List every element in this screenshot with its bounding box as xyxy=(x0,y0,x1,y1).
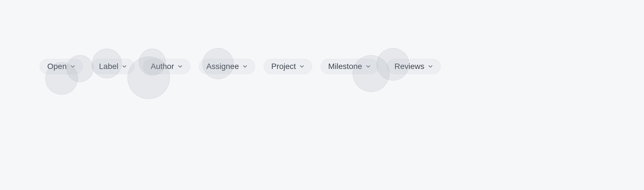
milestone-filter-label: Milestone xyxy=(328,62,362,71)
reviews-filter-label: Reviews xyxy=(394,62,425,71)
open-filter-label: Open xyxy=(47,62,67,71)
reviews-filter[interactable]: Reviews xyxy=(387,59,441,74)
chevron-down-icon xyxy=(69,63,76,70)
label-filter-label: Label xyxy=(99,62,119,71)
chevron-down-icon xyxy=(241,63,249,70)
chevron-down-icon xyxy=(364,63,372,70)
chevron-down-icon xyxy=(298,63,306,70)
open-filter[interactable]: Open xyxy=(40,59,83,74)
project-filter-label: Project xyxy=(271,62,296,71)
chevron-down-icon xyxy=(176,63,184,70)
project-filter[interactable]: Project xyxy=(264,59,312,74)
assignee-filter-label: Assignee xyxy=(206,62,239,71)
label-filter[interactable]: Label xyxy=(91,59,135,74)
milestone-filter[interactable]: Milestone xyxy=(321,59,378,74)
author-filter[interactable]: Author xyxy=(143,59,190,74)
chevron-down-icon xyxy=(427,63,434,70)
assignee-filter[interactable]: Assignee xyxy=(199,59,255,74)
chevron-down-icon xyxy=(121,63,128,70)
author-filter-label: Author xyxy=(151,62,174,71)
filter-bar: Open Label Author Assignee Project Miles… xyxy=(40,59,441,74)
